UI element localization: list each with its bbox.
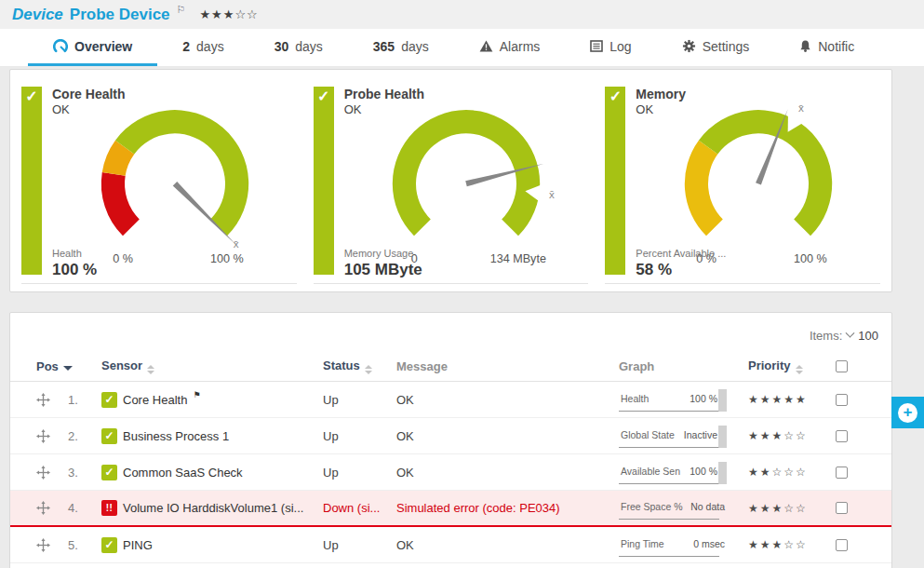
priority-rating[interactable]: ★★★☆☆ [748, 538, 823, 551]
check-icon: ✓ [609, 87, 622, 275]
tab-overview[interactable]: Overview [28, 29, 157, 66]
row-checkbox[interactable] [823, 539, 860, 551]
bell-icon [799, 39, 811, 53]
graph-label: Health [621, 393, 649, 404]
items-count-control[interactable]: Items: 100 [10, 313, 891, 343]
status-ok-bar: ✓ [21, 87, 42, 275]
sensor-name-link[interactable]: Volume IO HarddiskVolume1 (si... [123, 501, 303, 515]
column-header-pos[interactable]: Pos [36, 359, 101, 373]
priority-rating[interactable]: ★★★☆☆ [748, 502, 823, 515]
channel-value: 58 % [636, 261, 726, 279]
gauge-probe-health[interactable]: ✓ Probe Health OK x̄0134 MByte Memory Us… [314, 79, 589, 284]
sensor-status: Up [323, 466, 396, 480]
svg-text:100 %: 100 % [794, 252, 827, 265]
channel-label: Percent Available ... [636, 248, 726, 259]
row-position: 5. [68, 538, 101, 552]
table-row[interactable]: 3. ✓ Common SaaS Check Up OK Available S… [10, 454, 891, 491]
tab-notifications[interactable]: Notific [774, 29, 879, 66]
page-title[interactable]: Probe Device [70, 6, 170, 24]
move-handle-icon[interactable] [36, 501, 68, 515]
priority-rating[interactable]: ★★★☆☆ [748, 429, 823, 442]
row-position: 3. [68, 466, 101, 480]
move-handle-icon[interactable] [36, 429, 68, 443]
sensor-name-link[interactable]: PING [123, 538, 153, 552]
add-button[interactable]: + [891, 397, 924, 428]
graph-label: Available Sen [621, 466, 680, 477]
tab-365-days[interactable]: 365 days [348, 29, 454, 66]
tab-label: days [196, 39, 224, 54]
graph-axis [619, 519, 719, 520]
sensor-status: Up [323, 393, 396, 407]
move-handle-icon[interactable] [36, 538, 68, 552]
graph-bar [718, 389, 727, 412]
warning-triangle-icon [479, 40, 493, 52]
tab-number: 2 [182, 39, 190, 54]
gauge-core-health[interactable]: ✓ Core Health OK x̄0 %100 % Health 100 % [21, 79, 297, 284]
chevron-down-icon [846, 329, 855, 338]
column-header-status[interactable]: Status [323, 358, 396, 374]
mini-graph[interactable]: Ping Time 0 msec [619, 534, 729, 557]
table-row[interactable]: 5. ✓ PING Up OK Ping Time 0 msec ★★★☆☆ [10, 527, 891, 563]
svg-text:x̄: x̄ [549, 188, 555, 200]
tab-number: 365 [373, 39, 395, 54]
priority-rating[interactable]: ★★☆☆☆ [748, 466, 823, 479]
sensor-status: Up [323, 429, 396, 443]
mini-graph[interactable]: Health 100 % [619, 388, 729, 412]
tab-2-days[interactable]: 2 days [157, 29, 248, 66]
channel-label: Memory Usage [344, 248, 422, 259]
tab-settings[interactable]: Settings [657, 29, 775, 66]
tab-label: days [401, 39, 429, 54]
sensor-name-link[interactable]: Business Process 1 [123, 429, 229, 443]
sensor-name-link[interactable]: Common SaaS Check [123, 466, 243, 480]
gauges-panel: ✓ Core Health OK x̄0 %100 % Health 100 %… [9, 69, 892, 292]
gauge-memory[interactable]: ✓ Memory OK x̄0 %100 % Percent Available… [605, 79, 880, 284]
sensor-message: OK [396, 429, 619, 443]
move-handle-icon[interactable] [36, 466, 68, 480]
tab-log[interactable]: Log [565, 29, 656, 66]
gauge-dial: x̄0134 MByte [341, 85, 592, 271]
flag-icon: ⚑ [193, 390, 200, 399]
row-checkbox[interactable] [823, 430, 860, 442]
column-header-sensor[interactable]: Sensor [101, 358, 323, 374]
sensor-table-panel: Items: 100 Pos Sensor Status Message Gra… [9, 312, 892, 568]
tab-label: Alarms [500, 39, 541, 54]
table-row-error[interactable]: 4. !! Volume IO HarddiskVolume1 (si... D… [10, 491, 891, 527]
move-handle-icon[interactable] [36, 393, 68, 407]
graph-label: Global State [621, 429, 675, 440]
sensor-error-icon: !! [101, 500, 117, 516]
tab-label: Overview [74, 39, 132, 54]
status-ok-bar: ✓ [605, 87, 625, 275]
sensor-ok-icon: ✓ [101, 537, 117, 553]
table-row[interactable]: 1. ✓ Core Health ⚑ Up OK Health 100 % ★★… [10, 382, 891, 418]
mini-graph[interactable]: Available Sen 100 % [619, 461, 729, 484]
svg-text:x̄: x̄ [233, 237, 238, 250]
check-icon: ✓ [317, 87, 329, 275]
tab-alarms[interactable]: Alarms [454, 29, 566, 66]
mini-graph[interactable]: Global State Inactive [619, 425, 729, 448]
graph-value: 100 % [690, 466, 717, 477]
priority-rating[interactable]: ★★★★★ [748, 393, 823, 406]
sensor-message: OK [396, 466, 619, 480]
channel-value: 105 MByte [344, 261, 422, 279]
column-header-priority[interactable]: Priority [748, 358, 823, 374]
status-ok-bar: ✓ [314, 87, 334, 275]
gauge-dial: x̄0 %100 % [49, 85, 301, 271]
sensor-message: OK [396, 538, 619, 552]
row-checkbox[interactable] [823, 467, 860, 479]
tab-30-days[interactable]: 30 days [249, 29, 348, 66]
priority-rating[interactable]: ★★★☆☆ [199, 7, 258, 21]
row-position: 4. [68, 501, 101, 515]
select-all-checkbox[interactable] [823, 360, 860, 372]
flag-icon: ⚐ [177, 4, 186, 16]
table-row[interactable]: 2. ✓ Business Process 1 Up OK Global Sta… [10, 418, 891, 454]
row-checkbox[interactable] [823, 502, 860, 514]
items-label: Items: [810, 329, 842, 343]
mini-graph[interactable]: Free Space % No data [619, 496, 729, 520]
sensor-name-link[interactable]: Core Health [123, 393, 187, 407]
sensor-ok-icon: ✓ [101, 428, 117, 444]
graph-bar [718, 462, 727, 484]
column-header-message: Message [396, 359, 619, 373]
row-checkbox[interactable] [823, 394, 860, 406]
tab-label: days [295, 39, 323, 54]
items-count: 100 [858, 329, 878, 343]
